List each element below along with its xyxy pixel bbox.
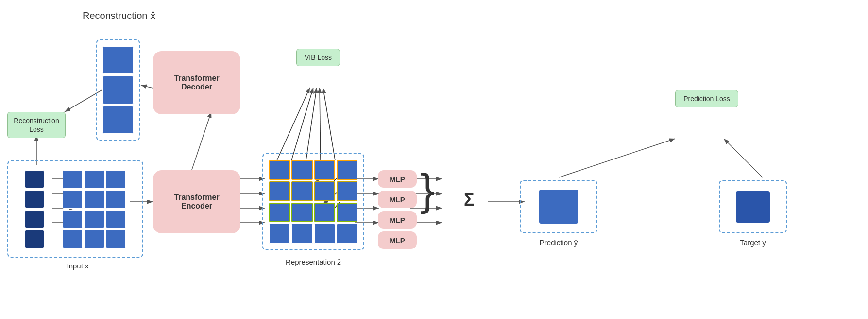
mlp-label-3: MLP: [390, 216, 405, 224]
mlp-box-2: MLP: [378, 191, 417, 208]
sigma-curly-brace: }: [420, 168, 435, 212]
svg-line-20: [306, 88, 317, 160]
mlp-label-1: MLP: [390, 175, 405, 183]
mlp-box-1: MLP: [378, 170, 417, 188]
diagram-container: Reconstruction x̂ Reconstruction Loss VI…: [0, 0, 868, 319]
representation-zhat-label: Representation ẑ: [257, 258, 369, 266]
target-y-dashed-box: [719, 180, 787, 233]
mlp-box-4: MLP: [378, 231, 417, 249]
transformer-encoder-box: Transformer Encoder: [153, 170, 240, 233]
transformer-encoder-label: Transformer Encoder: [158, 193, 236, 211]
prediction-yhat-dashed-box: [520, 180, 597, 233]
svg-line-21: [320, 88, 321, 160]
svg-line-23: [191, 112, 211, 173]
target-y-label: Target y: [719, 238, 787, 247]
reconstruction-xhat-label: Reconstruction x̂: [83, 10, 156, 21]
svg-line-22: [323, 88, 335, 160]
vib-loss-label: VIB Loss: [305, 53, 332, 61]
sigma-label: Σ: [464, 190, 475, 210]
transformer-decoder-label: Transformer Decoder: [158, 74, 236, 91]
mlp-label-4: MLP: [390, 236, 405, 245]
prediction-yhat-square: [539, 190, 578, 224]
input-dashed-box: [7, 160, 143, 258]
input-x-label: Input x: [15, 262, 141, 270]
transformer-decoder-box: Transformer Decoder: [153, 51, 240, 114]
reconstruction-loss-label: Reconstruction Loss: [14, 117, 59, 133]
vib-loss-box: VIB Loss: [296, 49, 340, 66]
svg-line-33: [724, 139, 763, 177]
representation-dashed-box: [262, 153, 364, 250]
sigma-symbol: Σ: [464, 190, 475, 210]
reconstruction-xhat-dashed-box: [96, 39, 140, 141]
svg-line-19: [291, 88, 313, 160]
reconstruction-loss-box: Reconstruction Loss: [7, 112, 66, 138]
mlp-label-2: MLP: [390, 195, 405, 204]
svg-line-18: [277, 88, 310, 160]
prediction-loss-label: Prediction Loss: [683, 95, 730, 103]
prediction-loss-box: Prediction Loss: [675, 90, 738, 107]
svg-line-32: [559, 139, 675, 177]
target-y-square: [736, 191, 770, 223]
prediction-yhat-label: Prediction ŷ: [515, 238, 602, 247]
mlp-box-3: MLP: [378, 211, 417, 229]
